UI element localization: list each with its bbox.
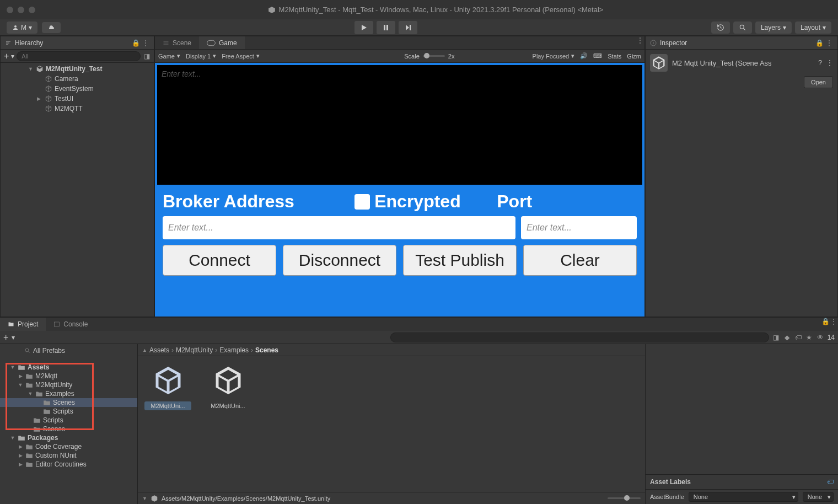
window-title: M2MqttUnity_Test - Mqtt_Test - Windows, … [279, 6, 604, 14]
menu-icon[interactable]: ⋮ [142, 39, 149, 47]
tree-item-eventsystem[interactable]: EventSystem [1, 84, 154, 94]
tree-item-m2mqtt[interactable]: M2MQTT [1, 104, 154, 114]
menu-icon[interactable]: ⋮ [829, 318, 838, 325]
minimize-window-icon[interactable] [18, 7, 24, 13]
breadcrumb-assets[interactable]: Assets [149, 346, 169, 354]
expand-toggle[interactable]: ▼ [10, 435, 15, 441]
tree-item-scenes-2[interactable]: Scenes [0, 425, 137, 433]
expand-toggle[interactable]: ▼ [18, 382, 23, 388]
display-dropdown[interactable]: Display 1 ▾ [186, 52, 216, 60]
tab-scene[interactable]: Scene [155, 36, 199, 49]
tree-item-code-coverage[interactable]: ▶Code Coverage [0, 442, 137, 451]
scale-value: 2x [448, 53, 455, 60]
layers-dropdown[interactable]: Layers ▾ [755, 22, 792, 34]
info-icon [650, 40, 657, 46]
tree-item-scripts-2[interactable]: Scripts [0, 416, 137, 425]
filter-icon[interactable]: ◨ [772, 334, 780, 341]
mute-icon[interactable]: 🔊 [580, 52, 588, 60]
label-filter-icon[interactable]: 🏷 [794, 334, 802, 341]
help-icon[interactable]: ? [818, 59, 822, 67]
tab-game[interactable]: Game [199, 36, 245, 49]
close-window-icon[interactable] [7, 7, 13, 13]
gizmos-button[interactable]: Gizm [627, 53, 641, 60]
aspect-dropdown[interactable]: Free Aspect ▾ [222, 52, 260, 60]
game-log-textarea[interactable]: Enter text... [157, 65, 642, 185]
tab-console[interactable]: Console [46, 318, 95, 331]
tree-item-m2mqtt[interactable]: ▶M2Mqtt [0, 372, 137, 380]
menu-icon[interactable]: ⋮ [826, 59, 833, 67]
tree-item-camera[interactable]: Camera [1, 74, 154, 84]
tree-item-assets[interactable]: ▼Assets [0, 363, 137, 372]
lock-icon[interactable]: 🔒 [821, 318, 829, 325]
account-button[interactable]: M ▾ [7, 22, 37, 34]
thumbnail-zoom-slider[interactable] [608, 497, 641, 499]
tree-item-prefabs[interactable]: All Prefabs [0, 346, 137, 355]
expand-toggle[interactable]: ▶ [18, 444, 23, 449]
cloud-button[interactable] [42, 22, 61, 33]
assetbundle-variant-dropdown[interactable]: None▾ [803, 492, 834, 502]
undo-history-button[interactable] [711, 22, 730, 34]
scroll-up-icon[interactable]: ▲ [142, 347, 147, 353]
lock-icon[interactable]: 🔒 [132, 39, 139, 47]
tree-item-testui[interactable]: ▶ TestUI [1, 94, 154, 104]
expand-toggle[interactable]: ▶ [18, 373, 23, 379]
tree-item-custom-nunit[interactable]: ▶Custom NUnit [0, 451, 137, 460]
tree-item-editor-coroutines[interactable]: ▶Editor Coroutines [0, 460, 137, 469]
type-filter-icon[interactable]: ◆ [783, 334, 791, 341]
connect-button[interactable]: Connect [163, 245, 276, 276]
expand-toggle[interactable]: ▼ [28, 66, 34, 72]
expand-toggle[interactable]: ▶ [37, 96, 42, 101]
filter-icon[interactable]: ◨ [143, 52, 151, 60]
broker-address-input[interactable]: Enter text... [163, 216, 515, 239]
chevron-down-icon[interactable]: ▾ [12, 334, 15, 341]
pause-icon [383, 24, 389, 31]
encrypted-checkbox[interactable] [354, 194, 370, 210]
label-tag-icon[interactable]: 🏷 [827, 478, 834, 486]
add-button[interactable]: + [4, 51, 9, 61]
play-mode-dropdown[interactable]: Play Focused ▾ [533, 52, 575, 60]
pause-button[interactable] [377, 21, 395, 34]
breadcrumb-examples[interactable]: Examples [219, 346, 249, 354]
lock-icon[interactable]: 🔒 [815, 39, 823, 47]
assetbundle-dropdown[interactable]: None▾ [689, 492, 798, 502]
favorite-icon[interactable]: ★ [805, 334, 813, 341]
tree-item-scenes[interactable]: Scenes [0, 398, 137, 407]
game-dropdown[interactable]: Game ▾ [158, 52, 180, 60]
asset-item[interactable]: M2MqttUni... [144, 363, 191, 410]
step-button[interactable] [399, 21, 417, 34]
expand-toggle[interactable]: ▶ [18, 462, 23, 467]
chevron-down-icon[interactable]: ▾ [11, 52, 14, 60]
tree-item-m2mqttunity[interactable]: ▼M2MqttUnity [0, 380, 137, 389]
tree-item-scripts[interactable]: Scripts [0, 407, 137, 416]
expand-toggle[interactable]: ▼ [28, 391, 33, 396]
add-button[interactable]: + [3, 333, 8, 342]
asset-item[interactable]: M2MqttUni... [205, 363, 251, 410]
hierarchy-search-input[interactable] [17, 51, 141, 61]
expand-toggle[interactable]: ▶ [18, 453, 23, 458]
tree-item-examples[interactable]: ▼Examples [0, 389, 137, 398]
keyboard-icon[interactable]: ⌨ [593, 52, 602, 60]
scroll-down-icon[interactable]: ▼ [142, 496, 147, 501]
search-button[interactable] [733, 22, 752, 34]
open-button[interactable]: Open [804, 76, 833, 88]
disconnect-button[interactable]: Disconnect [283, 245, 396, 276]
port-input[interactable]: Enter text... [521, 216, 637, 239]
hidden-icon[interactable]: 👁 [816, 334, 824, 341]
stats-button[interactable]: Stats [608, 53, 621, 60]
tab-project[interactable]: Project [0, 318, 46, 331]
tree-item-packages[interactable]: ▼Packages [0, 433, 137, 442]
scale-slider[interactable] [423, 55, 445, 57]
test-publish-button[interactable]: Test Publish [403, 245, 517, 276]
breadcrumb-scenes[interactable]: Scenes [255, 346, 278, 354]
project-search-input[interactable] [390, 333, 769, 342]
folder-icon [33, 417, 41, 423]
layout-dropdown[interactable]: Layout ▾ [795, 22, 831, 34]
clear-button[interactable]: Clear [523, 245, 637, 276]
expand-toggle[interactable]: ▼ [10, 364, 15, 370]
breadcrumb-m2mqttunity[interactable]: M2MqttUnity [176, 346, 213, 354]
play-button[interactable] [354, 21, 373, 34]
menu-icon[interactable]: ⋮ [636, 36, 644, 44]
menu-icon[interactable]: ⋮ [825, 39, 833, 47]
maximize-window-icon[interactable] [29, 7, 35, 13]
tree-item-scene[interactable]: ▼ M2MqttUnity_Test [1, 64, 154, 74]
